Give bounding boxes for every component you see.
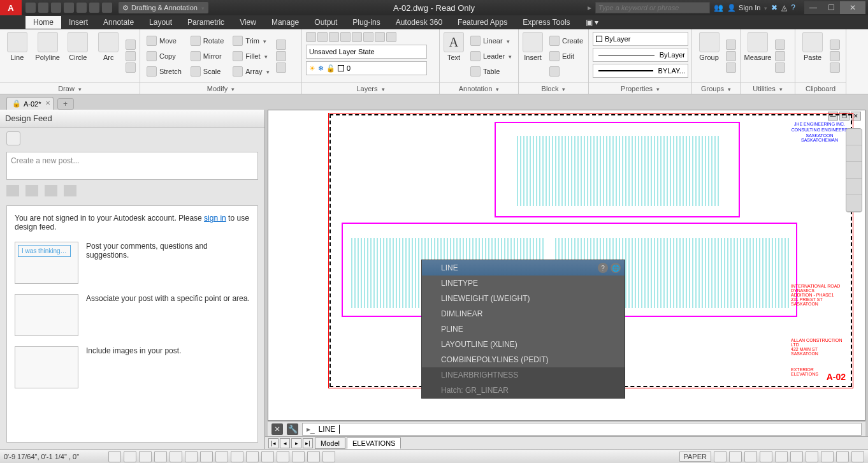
autocomplete-item[interactable]: Hatch: GR_LINEAR [422,383,625,398]
draw-ext2-icon[interactable] [126,51,136,61]
infocenter-icon[interactable]: 👥 [714,3,723,12]
tpy-icon[interactable] [277,451,289,462]
qat-open-icon[interactable] [38,3,48,13]
next-layout-button[interactable]: ▸ [291,438,301,448]
scale-button[interactable]: Scale [188,64,226,78]
autocomplete-item[interactable]: DIMLINEAR [422,306,625,321]
mirror-button[interactable]: Mirror [188,49,226,63]
last-layout-button[interactable]: ▸| [303,438,313,448]
stretch-button[interactable]: Stretch [144,64,184,78]
dim-linear-button[interactable]: Linear [468,34,514,48]
autocomplete-item[interactable]: LINE [422,260,625,276]
zoom-icon[interactable] [846,162,862,179]
tab-parametric[interactable]: Parametric [180,16,232,29]
workspace-selector[interactable]: ⚙ Drafting & Annotation [119,2,208,13]
snap-icon[interactable] [124,451,136,462]
tab-autodesk-360[interactable]: Autodesk 360 [388,16,450,29]
new-tab-button[interactable]: + [57,98,74,110]
qat-saveas-icon[interactable] [64,3,74,13]
autocomplete-item[interactable]: LINEWEIGHT (LWEIGHT) [422,291,625,306]
tab-express-tools[interactable]: Express Tools [515,16,577,29]
drawing-canvas[interactable]: — ❐ ✕ JHE ENGINEERING INC. CONSULTING EN… [268,110,865,421]
move-button[interactable]: Move [144,34,184,48]
paper-model-toggle[interactable]: PAPER [679,452,711,462]
text-button[interactable]: AText [444,32,464,80]
ducs-icon[interactable] [231,451,243,462]
copy-button[interactable]: Copy [144,49,184,63]
app-logo[interactable]: A [0,0,22,15]
grid-icon[interactable] [139,451,152,462]
ortho-icon[interactable] [154,451,167,462]
arc-button[interactable]: Arc [95,32,122,80]
close-cmd-icon[interactable]: ✕ [271,423,283,435]
nav-wheel-icon[interactable] [846,129,862,145]
tab-annotate[interactable]: Annotate [96,16,141,29]
am-icon[interactable] [322,451,335,462]
qat-new-icon[interactable] [25,3,36,13]
table-button[interactable]: Table [468,64,514,78]
modify-ext3-icon[interactable] [276,62,286,73]
tab-insert[interactable]: Insert [61,16,96,29]
infer-icon[interactable] [108,451,121,462]
tab-plug-ins[interactable]: Plug-ins [345,16,387,29]
sb-r5-icon[interactable] [775,451,788,462]
layer-state-combo[interactable]: Unsaved Layer State [306,45,427,59]
prev-layout-button[interactable]: ◂ [280,438,290,448]
signin-button[interactable]: 👤 Sign In [727,4,767,12]
minimize-button[interactable]: — [804,1,822,14]
area-icon[interactable] [6,185,19,196]
otrack-icon[interactable] [215,451,228,462]
block-edit-button[interactable]: Edit [547,49,586,63]
tab-home[interactable]: Home [25,16,61,29]
lineweight-combo[interactable]: BYLAY... [593,64,688,78]
layout-tab-model[interactable]: Model [315,437,345,449]
showmotion-icon[interactable] [846,195,862,212]
command-input[interactable]: ▸_ LINE [302,423,862,436]
tab-output[interactable]: Output [307,16,345,29]
globe-popup-icon[interactable]: 🌐 [611,263,621,273]
exchange-icon[interactable]: ✖ [771,3,778,12]
close-button[interactable]: ✕ [840,1,865,14]
sb-r9-icon[interactable] [836,451,849,462]
autodesk360-icon[interactable]: ◬ [781,3,787,12]
help-icon[interactable]: ? [791,3,795,12]
trim-button[interactable]: Trim [230,34,271,48]
autocomplete-item[interactable]: LAYOUTLINE (XLINE) [422,337,625,352]
block-create-button[interactable]: Create [547,34,586,48]
cmd-options-icon[interactable]: 🔧 [287,423,298,435]
orbit-icon[interactable] [846,179,862,195]
sb-r7-icon[interactable] [806,451,818,462]
file-tab[interactable]: 🔒 A-02* ✕ [6,97,54,110]
create-post-input[interactable]: Create a new post... [6,152,258,180]
tab-featured-apps[interactable]: Featured Apps [450,16,515,29]
qp-icon[interactable] [292,451,305,462]
first-layout-button[interactable]: |◂ [268,438,278,448]
image-icon[interactable] [64,185,76,196]
tab-layout[interactable]: Layout [141,16,180,29]
tag-user-icon[interactable] [45,185,57,196]
modify-ext1-icon[interactable] [276,40,286,50]
qat-plot-icon[interactable] [76,3,87,13]
osnap-icon[interactable] [185,451,198,462]
sb-r4-icon[interactable] [760,451,772,462]
signin-link[interactable]: sign in [204,214,226,223]
help-search-input[interactable] [595,2,710,13]
dyn-icon[interactable] [246,451,259,462]
circle-button[interactable]: Circle [65,32,92,80]
settings-button[interactable] [6,131,20,145]
help-popup-icon[interactable]: ? [598,263,608,273]
group-button[interactable]: Group [696,32,722,80]
maximize-button[interactable]: ☐ [822,1,840,14]
measure-button[interactable]: Measure [744,32,771,80]
leader-button[interactable]: Leader [468,49,514,63]
fillet-button[interactable]: Fillet [230,49,271,63]
sb-r3-icon[interactable] [744,451,757,462]
insert-button[interactable]: Insert [523,32,543,80]
array-button[interactable]: Array [230,64,271,78]
autocomplete-item[interactable]: PLINE [422,321,625,337]
autocomplete-item[interactable]: LINEARBRIGHTNESS [422,367,625,383]
sb-r6-icon[interactable] [790,451,803,462]
line-button[interactable]: Line [4,32,31,80]
sb-r10-icon[interactable] [851,451,864,462]
qat-undo-icon[interactable] [89,3,99,13]
